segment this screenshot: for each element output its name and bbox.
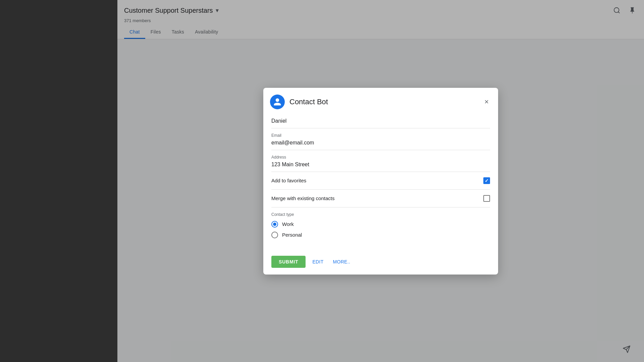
contact-bot-modal: Contact Bot × Daniel Email email@email.c… xyxy=(263,88,498,275)
merge-contacts-label: Merge with existing contacts xyxy=(271,195,334,201)
person-icon xyxy=(273,98,282,106)
radio-personal[interactable]: Personal xyxy=(271,232,490,238)
radio-work-label: Work xyxy=(282,221,294,227)
add-favorites-label: Add to favorites xyxy=(271,178,306,183)
email-section: Email email@email.com xyxy=(271,128,490,150)
merge-contacts-checkbox[interactable] xyxy=(483,195,490,202)
app-container: Customer Support Superstars ▾ xyxy=(0,0,644,362)
modal-title: Contact Bot xyxy=(289,98,328,106)
left-sidebar xyxy=(0,0,117,362)
radio-work-outer xyxy=(271,221,278,228)
merge-contacts-row: Merge with existing contacts xyxy=(271,190,490,207)
add-favorites-checkbox[interactable]: ✓ xyxy=(483,177,490,184)
checkmark-icon: ✓ xyxy=(485,178,489,183)
more-button[interactable]: MORE.. xyxy=(330,256,353,268)
radio-work-inner xyxy=(273,223,276,226)
email-label: Email xyxy=(271,133,490,138)
bot-avatar xyxy=(270,95,285,109)
name-field: Daniel xyxy=(271,115,490,128)
modal-footer: SUBMIT EDIT MORE.. xyxy=(263,252,498,275)
modal-header: Contact Bot × xyxy=(263,88,498,115)
edit-button[interactable]: EDIT xyxy=(310,256,326,268)
email-value: email@email.com xyxy=(271,140,490,146)
address-section: Address 123 Main Street xyxy=(271,150,490,172)
contact-type-section: Contact type Work Personal xyxy=(271,207,490,245)
name-value: Daniel xyxy=(271,118,490,124)
radio-personal-label: Personal xyxy=(282,232,302,238)
submit-button[interactable]: SUBMIT xyxy=(271,256,306,268)
address-label: Address xyxy=(271,155,490,160)
add-favorites-row: Add to favorites ✓ xyxy=(271,172,490,190)
radio-work[interactable]: Work xyxy=(271,221,490,228)
modal-title-area: Contact Bot xyxy=(270,95,328,109)
modal-overlay: Contact Bot × Daniel Email email@email.c… xyxy=(117,0,644,362)
contact-type-label: Contact type xyxy=(271,212,490,217)
radio-personal-outer xyxy=(271,232,278,238)
modal-body: Daniel Email email@email.com Address 123… xyxy=(263,115,498,252)
close-button[interactable]: × xyxy=(483,97,490,107)
address-value: 123 Main Street xyxy=(271,162,490,168)
